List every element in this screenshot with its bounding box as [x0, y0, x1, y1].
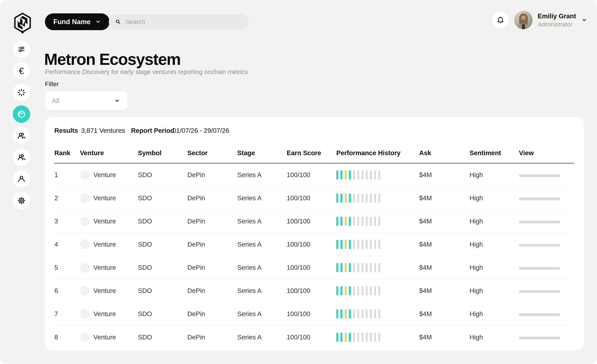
stage-cell: Series A: [237, 171, 287, 179]
performance-bar-teal: [349, 240, 351, 249]
venture-cell: Venture: [80, 170, 138, 180]
venture-cell: Venture: [80, 332, 138, 342]
performance-bar-teal: [349, 309, 351, 318]
brand-logo-icon: [13, 12, 32, 33]
view-progress[interactable]: [519, 290, 560, 293]
ask-cell: $4M: [419, 194, 470, 202]
performance-bar-gray: [353, 309, 355, 318]
sidebar-item-currency[interactable]: €: [13, 62, 30, 80]
sidebar-item-settings[interactable]: [13, 192, 30, 209]
venture-name: Venture: [94, 264, 116, 271]
sidebar-item-activity[interactable]: [13, 84, 30, 101]
table-row[interactable]: 5 Venture SDO DePin Series A 100/100 $4M…: [55, 256, 574, 279]
users-icon: [17, 132, 26, 140]
table-row[interactable]: 2 Venture SDO DePin Series A 100/100 $4M…: [55, 187, 574, 210]
performance-history-bars: [336, 309, 419, 318]
view-progress[interactable]: [519, 174, 560, 177]
user-menu[interactable]: Emiliy Grant Administrator: [514, 11, 588, 29]
search-input[interactable]: [125, 18, 243, 25]
rank-cell: 8: [55, 333, 80, 341]
performance-bar-teal: [340, 263, 343, 272]
column-header: Sentiment: [470, 149, 519, 157]
venture-cell: Venture: [80, 309, 138, 319]
sentiment-cell: High: [470, 310, 519, 318]
burst-icon: [17, 88, 26, 97]
performance-bar-gray: [370, 286, 372, 295]
performance-bar-gray: [357, 170, 359, 179]
table-body: 1 Venture SDO DePin Series A 100/100 $4M…: [55, 163, 574, 349]
rank-cell: 2: [55, 194, 80, 202]
performance-bar-teal: [340, 217, 343, 226]
performance-bar-gray: [357, 240, 359, 249]
notifications-button[interactable]: [492, 12, 509, 28]
symbol-cell: SDO: [138, 310, 187, 318]
performance-bar-gray: [370, 333, 372, 342]
venture-cell: Venture: [80, 240, 138, 249]
performance-bar-gray: [353, 217, 355, 226]
chevron-down-icon: [95, 19, 101, 25]
view-cell: [519, 333, 574, 341]
table-row[interactable]: 6 Venture SDO DePin Series A 100/100 $4M…: [55, 279, 574, 302]
table-row[interactable]: 8 Venture SDO DePin Series A 100/100 $4M…: [55, 326, 574, 349]
performance-bar-teal: [340, 194, 343, 203]
table-row[interactable]: 1 Venture SDO DePin Series A 100/100 $4M…: [55, 163, 574, 187]
performance-bar-gray: [361, 240, 363, 249]
performance-bar-gray: [353, 286, 355, 295]
ask-cell: $4M: [419, 171, 470, 179]
performance-bar-gray: [378, 240, 380, 249]
stage-cell: Series A: [237, 310, 287, 318]
sidebar-item-profile[interactable]: [13, 170, 30, 188]
venture-name: Venture: [94, 218, 116, 225]
sidebar-item-performance[interactable]: [13, 105, 30, 123]
sidebar-item-controls[interactable]: [13, 40, 30, 58]
performance-bar-gray: [357, 309, 359, 318]
performance-history-bars: [336, 263, 419, 272]
view-progress[interactable]: [519, 267, 560, 270]
table-row[interactable]: 3 Venture SDO DePin Series A 100/100 $4M…: [55, 210, 574, 233]
view-cell: [519, 287, 574, 294]
view-progress[interactable]: [519, 198, 560, 200]
results-label: Results: [55, 127, 78, 134]
column-header: Ask: [419, 149, 470, 157]
users-icon: [17, 153, 26, 162]
performance-bar-gray: [357, 333, 359, 342]
venture-name: Venture: [94, 310, 116, 318]
performance-bar-gray: [378, 333, 380, 342]
rank-cell: 7: [55, 310, 80, 318]
table-row[interactable]: 4 Venture SDO DePin Series A 100/100 $4M…: [55, 233, 574, 256]
user-role: Administrator: [538, 21, 576, 28]
performance-bar-yellow: [345, 217, 347, 226]
stage-cell: Series A: [237, 218, 287, 225]
view-progress[interactable]: [519, 337, 560, 340]
symbol-cell: SDO: [138, 218, 187, 225]
stage-cell: Series A: [237, 287, 287, 294]
sidebar-item-team[interactable]: [13, 127, 30, 144]
view-cell: [519, 194, 574, 202]
view-progress[interactable]: [519, 313, 560, 316]
stage-cell: Series A: [237, 264, 287, 271]
performance-bar-teal: [340, 170, 343, 179]
performance-bar-yellow: [345, 263, 347, 272]
performance-bar-gray: [374, 333, 376, 342]
performance-bar-teal: [340, 240, 343, 249]
sentiment-cell: High: [470, 241, 519, 248]
view-progress[interactable]: [519, 221, 560, 223]
performance-bar-teal: [336, 240, 338, 249]
results-count: 3,871 Ventures: [81, 127, 125, 134]
earn-score-cell: 100/100: [287, 333, 336, 341]
table-row[interactable]: 7 Venture SDO DePin Series A 100/100 $4M…: [55, 302, 574, 326]
sector-cell: DePin: [187, 194, 237, 202]
app-window: Fund Name: [0, 0, 597, 364]
filter-dropdown[interactable]: All: [45, 91, 128, 111]
performance-history-bars: [336, 240, 419, 249]
view-cell: [519, 218, 574, 225]
performance-bar-gray: [374, 170, 376, 179]
view-cell: [519, 241, 574, 248]
ask-cell: $4M: [419, 218, 470, 225]
chevron-down-icon: [581, 17, 588, 23]
fund-name-button[interactable]: Fund Name: [45, 13, 110, 30]
sentiment-cell: High: [470, 171, 519, 179]
performance-bar-yellow: [345, 286, 347, 295]
sidebar-item-investors[interactable]: [13, 149, 30, 166]
view-progress[interactable]: [519, 244, 560, 247]
